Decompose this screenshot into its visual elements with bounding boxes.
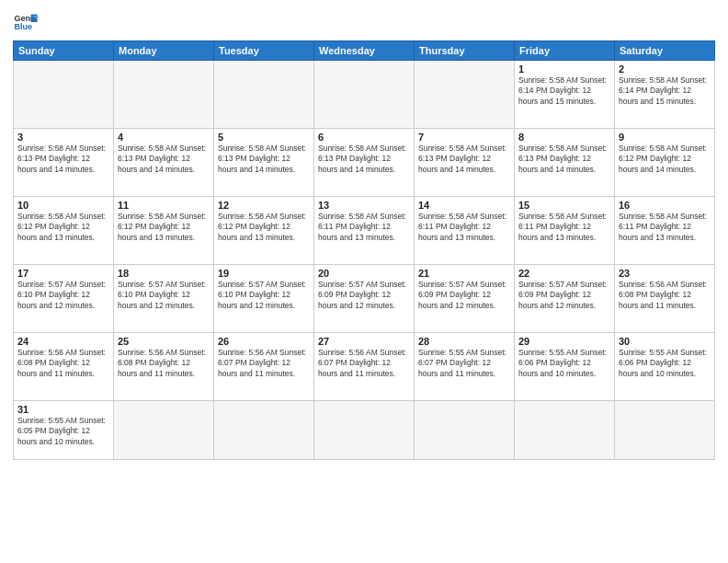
day-number: 31 xyxy=(17,404,109,415)
day-info: Sunrise: 5:58 AM Sunset: 6:12 PM Dayligh… xyxy=(118,212,210,243)
day-info: Sunrise: 5:55 AM Sunset: 6:05 PM Dayligh… xyxy=(17,416,109,447)
weekday-header-tuesday: Tuesday xyxy=(214,41,314,61)
day-info: Sunrise: 5:58 AM Sunset: 6:13 PM Dayligh… xyxy=(118,144,210,175)
day-number: 8 xyxy=(518,132,610,143)
calendar-cell: 20Sunrise: 5:57 AM Sunset: 6:09 PM Dayli… xyxy=(314,265,415,333)
calendar-cell xyxy=(314,401,415,460)
calendar-cell: 17Sunrise: 5:57 AM Sunset: 6:10 PM Dayli… xyxy=(14,265,114,333)
header: General Blue xyxy=(13,9,715,35)
day-number: 22 xyxy=(518,268,610,279)
calendar-cell: 25Sunrise: 5:56 AM Sunset: 6:08 PM Dayli… xyxy=(114,333,214,401)
calendar-cell xyxy=(214,401,314,460)
calendar-cell: 21Sunrise: 5:57 AM Sunset: 6:09 PM Dayli… xyxy=(415,265,515,333)
day-info: Sunrise: 5:55 AM Sunset: 6:06 PM Dayligh… xyxy=(518,348,610,379)
calendar-cell: 10Sunrise: 5:58 AM Sunset: 6:12 PM Dayli… xyxy=(14,197,114,265)
calendar-cell xyxy=(515,401,615,460)
calendar-cell xyxy=(615,401,715,460)
calendar-cell: 24Sunrise: 5:56 AM Sunset: 6:08 PM Dayli… xyxy=(14,333,114,401)
weekday-header-row: SundayMondayTuesdayWednesdayThursdayFrid… xyxy=(14,41,715,61)
day-number: 12 xyxy=(218,200,310,211)
day-number: 23 xyxy=(619,268,711,279)
day-number: 3 xyxy=(17,132,109,143)
calendar-cell: 23Sunrise: 5:56 AM Sunset: 6:08 PM Dayli… xyxy=(615,265,715,333)
day-info: Sunrise: 5:57 AM Sunset: 6:10 PM Dayligh… xyxy=(118,280,210,311)
calendar-cell: 9Sunrise: 5:58 AM Sunset: 6:12 PM Daylig… xyxy=(615,129,715,197)
day-number: 18 xyxy=(118,268,210,279)
day-number: 1 xyxy=(518,63,610,75)
day-info: Sunrise: 5:56 AM Sunset: 6:07 PM Dayligh… xyxy=(218,348,310,379)
calendar-cell: 16Sunrise: 5:58 AM Sunset: 6:11 PM Dayli… xyxy=(615,197,715,265)
weekday-header-friday: Friday xyxy=(515,41,615,61)
day-info: Sunrise: 5:58 AM Sunset: 6:12 PM Dayligh… xyxy=(17,212,109,243)
weekday-header-saturday: Saturday xyxy=(615,41,715,61)
calendar-table: SundayMondayTuesdayWednesdayThursdayFrid… xyxy=(13,40,715,460)
day-info: Sunrise: 5:58 AM Sunset: 6:13 PM Dayligh… xyxy=(518,144,610,175)
day-number: 24 xyxy=(17,336,109,347)
day-info: Sunrise: 5:58 AM Sunset: 6:13 PM Dayligh… xyxy=(418,144,510,175)
calendar-week-2: 10Sunrise: 5:58 AM Sunset: 6:12 PM Dayli… xyxy=(14,197,715,265)
weekday-header-monday: Monday xyxy=(114,41,214,61)
day-info: Sunrise: 5:58 AM Sunset: 6:13 PM Dayligh… xyxy=(318,144,410,175)
calendar-cell: 8Sunrise: 5:58 AM Sunset: 6:13 PM Daylig… xyxy=(515,129,615,197)
day-number: 28 xyxy=(418,336,510,347)
calendar-cell: 12Sunrise: 5:58 AM Sunset: 6:12 PM Dayli… xyxy=(214,197,314,265)
day-number: 7 xyxy=(418,132,510,143)
calendar-cell: 2Sunrise: 5:58 AM Sunset: 6:14 PM Daylig… xyxy=(615,61,715,129)
calendar-cell xyxy=(415,401,515,460)
day-number: 16 xyxy=(619,200,711,211)
calendar-cell: 29Sunrise: 5:55 AM Sunset: 6:06 PM Dayli… xyxy=(515,333,615,401)
day-info: Sunrise: 5:58 AM Sunset: 6:11 PM Dayligh… xyxy=(619,212,711,243)
calendar-cell: 30Sunrise: 5:55 AM Sunset: 6:06 PM Dayli… xyxy=(615,333,715,401)
calendar-cell xyxy=(14,61,114,129)
page: General Blue SundayMondayTuesdayWednesda… xyxy=(0,0,728,563)
day-number: 13 xyxy=(318,200,410,211)
day-info: Sunrise: 5:58 AM Sunset: 6:13 PM Dayligh… xyxy=(218,144,310,175)
day-number: 30 xyxy=(619,336,711,347)
calendar-cell: 18Sunrise: 5:57 AM Sunset: 6:10 PM Dayli… xyxy=(114,265,214,333)
day-info: Sunrise: 5:58 AM Sunset: 6:11 PM Dayligh… xyxy=(318,212,410,243)
day-number: 15 xyxy=(518,200,610,211)
day-number: 21 xyxy=(418,268,510,279)
day-info: Sunrise: 5:58 AM Sunset: 6:11 PM Dayligh… xyxy=(418,212,510,243)
calendar-cell: 13Sunrise: 5:58 AM Sunset: 6:11 PM Dayli… xyxy=(314,197,415,265)
day-number: 27 xyxy=(318,336,410,347)
weekday-header-thursday: Thursday xyxy=(415,41,515,61)
day-info: Sunrise: 5:58 AM Sunset: 6:14 PM Dayligh… xyxy=(619,75,711,107)
day-number: 14 xyxy=(418,200,510,211)
calendar-cell: 19Sunrise: 5:57 AM Sunset: 6:10 PM Dayli… xyxy=(214,265,314,333)
day-info: Sunrise: 5:56 AM Sunset: 6:07 PM Dayligh… xyxy=(318,348,410,379)
day-info: Sunrise: 5:55 AM Sunset: 6:07 PM Dayligh… xyxy=(418,348,510,379)
logo: General Blue xyxy=(13,9,39,35)
calendar-cell: 27Sunrise: 5:56 AM Sunset: 6:07 PM Dayli… xyxy=(314,333,415,401)
day-number: 20 xyxy=(318,268,410,279)
calendar-cell: 6Sunrise: 5:58 AM Sunset: 6:13 PM Daylig… xyxy=(314,129,415,197)
day-number: 11 xyxy=(118,200,210,211)
calendar-week-1: 3Sunrise: 5:58 AM Sunset: 6:13 PM Daylig… xyxy=(14,129,715,197)
day-info: Sunrise: 5:56 AM Sunset: 6:08 PM Dayligh… xyxy=(17,348,109,379)
calendar-week-3: 17Sunrise: 5:57 AM Sunset: 6:10 PM Dayli… xyxy=(14,265,715,333)
day-info: Sunrise: 5:55 AM Sunset: 6:06 PM Dayligh… xyxy=(619,348,711,379)
calendar-week-0: 1Sunrise: 5:58 AM Sunset: 6:14 PM Daylig… xyxy=(14,61,715,129)
day-info: Sunrise: 5:57 AM Sunset: 6:09 PM Dayligh… xyxy=(518,280,610,311)
day-info: Sunrise: 5:57 AM Sunset: 6:10 PM Dayligh… xyxy=(218,280,310,311)
calendar-cell: 22Sunrise: 5:57 AM Sunset: 6:09 PM Dayli… xyxy=(515,265,615,333)
day-number: 4 xyxy=(118,132,210,143)
calendar-cell: 28Sunrise: 5:55 AM Sunset: 6:07 PM Dayli… xyxy=(415,333,515,401)
day-info: Sunrise: 5:57 AM Sunset: 6:10 PM Dayligh… xyxy=(17,280,109,311)
day-info: Sunrise: 5:58 AM Sunset: 6:13 PM Dayligh… xyxy=(17,144,109,175)
svg-text:Blue: Blue xyxy=(14,22,32,31)
day-info: Sunrise: 5:58 AM Sunset: 6:12 PM Dayligh… xyxy=(218,212,310,243)
calendar-cell: 3Sunrise: 5:58 AM Sunset: 6:13 PM Daylig… xyxy=(14,129,114,197)
calendar-week-4: 24Sunrise: 5:56 AM Sunset: 6:08 PM Dayli… xyxy=(14,333,715,401)
day-number: 17 xyxy=(17,268,109,279)
calendar-cell: 11Sunrise: 5:58 AM Sunset: 6:12 PM Dayli… xyxy=(114,197,214,265)
calendar-cell xyxy=(214,61,314,129)
day-number: 10 xyxy=(17,200,109,211)
generalblue-logo-icon: General Blue xyxy=(13,9,39,35)
day-info: Sunrise: 5:56 AM Sunset: 6:08 PM Dayligh… xyxy=(118,348,210,379)
calendar-cell: 5Sunrise: 5:58 AM Sunset: 6:13 PM Daylig… xyxy=(214,129,314,197)
calendar-cell: 26Sunrise: 5:56 AM Sunset: 6:07 PM Dayli… xyxy=(214,333,314,401)
day-info: Sunrise: 5:58 AM Sunset: 6:14 PM Dayligh… xyxy=(518,75,610,107)
calendar-cell: 7Sunrise: 5:58 AM Sunset: 6:13 PM Daylig… xyxy=(415,129,515,197)
day-info: Sunrise: 5:57 AM Sunset: 6:09 PM Dayligh… xyxy=(318,280,410,311)
